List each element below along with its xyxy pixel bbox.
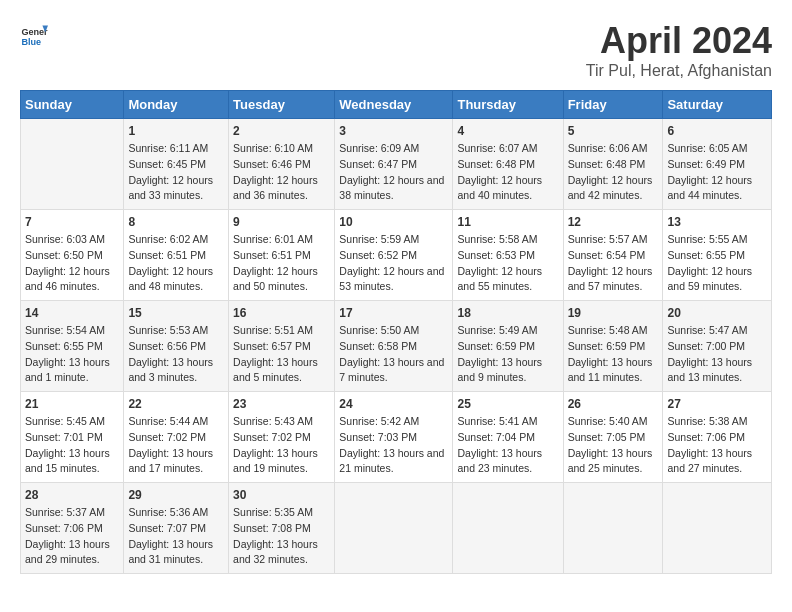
day-info: Sunrise: 5:42 AMSunset: 7:03 PMDaylight:… — [339, 414, 448, 477]
calendar-cell: 2Sunrise: 6:10 AMSunset: 6:46 PMDaylight… — [229, 119, 335, 210]
day-info: Sunrise: 6:03 AMSunset: 6:50 PMDaylight:… — [25, 232, 119, 295]
calendar-cell: 6Sunrise: 6:05 AMSunset: 6:49 PMDaylight… — [663, 119, 772, 210]
day-info: Sunrise: 6:10 AMSunset: 6:46 PMDaylight:… — [233, 141, 330, 204]
calendar-week-row: 7Sunrise: 6:03 AMSunset: 6:50 PMDaylight… — [21, 210, 772, 301]
calendar-cell: 9Sunrise: 6:01 AMSunset: 6:51 PMDaylight… — [229, 210, 335, 301]
calendar-cell: 11Sunrise: 5:58 AMSunset: 6:53 PMDayligh… — [453, 210, 563, 301]
day-number: 15 — [128, 306, 224, 320]
day-info: Sunrise: 5:50 AMSunset: 6:58 PMDaylight:… — [339, 323, 448, 386]
day-number: 18 — [457, 306, 558, 320]
calendar-week-row: 14Sunrise: 5:54 AMSunset: 6:55 PMDayligh… — [21, 301, 772, 392]
calendar-cell: 21Sunrise: 5:45 AMSunset: 7:01 PMDayligh… — [21, 392, 124, 483]
weekday-header: Saturday — [663, 91, 772, 119]
day-number: 25 — [457, 397, 558, 411]
weekday-header: Sunday — [21, 91, 124, 119]
calendar-table: SundayMondayTuesdayWednesdayThursdayFrid… — [20, 90, 772, 574]
weekday-header: Monday — [124, 91, 229, 119]
day-info: Sunrise: 5:47 AMSunset: 7:00 PMDaylight:… — [667, 323, 767, 386]
day-info: Sunrise: 5:57 AMSunset: 6:54 PMDaylight:… — [568, 232, 659, 295]
weekday-header: Friday — [563, 91, 663, 119]
day-number: 28 — [25, 488, 119, 502]
calendar-cell: 1Sunrise: 6:11 AMSunset: 6:45 PMDaylight… — [124, 119, 229, 210]
day-number: 30 — [233, 488, 330, 502]
day-number: 4 — [457, 124, 558, 138]
day-number: 16 — [233, 306, 330, 320]
day-info: Sunrise: 5:55 AMSunset: 6:55 PMDaylight:… — [667, 232, 767, 295]
day-number: 26 — [568, 397, 659, 411]
calendar-cell: 10Sunrise: 5:59 AMSunset: 6:52 PMDayligh… — [335, 210, 453, 301]
calendar-cell — [663, 483, 772, 574]
calendar-cell: 29Sunrise: 5:36 AMSunset: 7:07 PMDayligh… — [124, 483, 229, 574]
day-number: 23 — [233, 397, 330, 411]
day-info: Sunrise: 5:38 AMSunset: 7:06 PMDaylight:… — [667, 414, 767, 477]
day-info: Sunrise: 6:01 AMSunset: 6:51 PMDaylight:… — [233, 232, 330, 295]
day-number: 5 — [568, 124, 659, 138]
calendar-cell: 19Sunrise: 5:48 AMSunset: 6:59 PMDayligh… — [563, 301, 663, 392]
calendar-header-row: SundayMondayTuesdayWednesdayThursdayFrid… — [21, 91, 772, 119]
day-info: Sunrise: 5:54 AMSunset: 6:55 PMDaylight:… — [25, 323, 119, 386]
day-info: Sunrise: 5:43 AMSunset: 7:02 PMDaylight:… — [233, 414, 330, 477]
day-info: Sunrise: 5:48 AMSunset: 6:59 PMDaylight:… — [568, 323, 659, 386]
calendar-cell — [335, 483, 453, 574]
day-number: 1 — [128, 124, 224, 138]
main-title: April 2024 — [586, 20, 772, 62]
day-number: 21 — [25, 397, 119, 411]
day-number: 3 — [339, 124, 448, 138]
logo-icon: General Blue — [20, 20, 48, 48]
svg-text:Blue: Blue — [21, 37, 41, 47]
day-number: 27 — [667, 397, 767, 411]
day-info: Sunrise: 5:51 AMSunset: 6:57 PMDaylight:… — [233, 323, 330, 386]
calendar-cell: 5Sunrise: 6:06 AMSunset: 6:48 PMDaylight… — [563, 119, 663, 210]
calendar-cell — [21, 119, 124, 210]
calendar-cell: 18Sunrise: 5:49 AMSunset: 6:59 PMDayligh… — [453, 301, 563, 392]
day-number: 19 — [568, 306, 659, 320]
calendar-week-row: 28Sunrise: 5:37 AMSunset: 7:06 PMDayligh… — [21, 483, 772, 574]
day-number: 10 — [339, 215, 448, 229]
day-number: 24 — [339, 397, 448, 411]
calendar-week-row: 1Sunrise: 6:11 AMSunset: 6:45 PMDaylight… — [21, 119, 772, 210]
calendar-cell: 4Sunrise: 6:07 AMSunset: 6:48 PMDaylight… — [453, 119, 563, 210]
calendar-cell: 3Sunrise: 6:09 AMSunset: 6:47 PMDaylight… — [335, 119, 453, 210]
day-number: 7 — [25, 215, 119, 229]
day-info: Sunrise: 5:49 AMSunset: 6:59 PMDaylight:… — [457, 323, 558, 386]
day-number: 14 — [25, 306, 119, 320]
day-info: Sunrise: 5:45 AMSunset: 7:01 PMDaylight:… — [25, 414, 119, 477]
day-info: Sunrise: 6:11 AMSunset: 6:45 PMDaylight:… — [128, 141, 224, 204]
weekday-header: Tuesday — [229, 91, 335, 119]
day-info: Sunrise: 6:06 AMSunset: 6:48 PMDaylight:… — [568, 141, 659, 204]
day-info: Sunrise: 5:35 AMSunset: 7:08 PMDaylight:… — [233, 505, 330, 568]
logo: General Blue — [20, 20, 48, 48]
calendar-cell: 27Sunrise: 5:38 AMSunset: 7:06 PMDayligh… — [663, 392, 772, 483]
day-number: 13 — [667, 215, 767, 229]
title-area: April 2024 Tir Pul, Herat, Afghanistan — [586, 20, 772, 80]
calendar-cell — [563, 483, 663, 574]
calendar-cell: 12Sunrise: 5:57 AMSunset: 6:54 PMDayligh… — [563, 210, 663, 301]
day-number: 8 — [128, 215, 224, 229]
calendar-week-row: 21Sunrise: 5:45 AMSunset: 7:01 PMDayligh… — [21, 392, 772, 483]
day-info: Sunrise: 5:58 AMSunset: 6:53 PMDaylight:… — [457, 232, 558, 295]
day-info: Sunrise: 6:09 AMSunset: 6:47 PMDaylight:… — [339, 141, 448, 204]
day-info: Sunrise: 5:36 AMSunset: 7:07 PMDaylight:… — [128, 505, 224, 568]
day-info: Sunrise: 5:40 AMSunset: 7:05 PMDaylight:… — [568, 414, 659, 477]
day-number: 17 — [339, 306, 448, 320]
calendar-cell: 26Sunrise: 5:40 AMSunset: 7:05 PMDayligh… — [563, 392, 663, 483]
calendar-cell: 24Sunrise: 5:42 AMSunset: 7:03 PMDayligh… — [335, 392, 453, 483]
day-info: Sunrise: 6:02 AMSunset: 6:51 PMDaylight:… — [128, 232, 224, 295]
calendar-cell: 22Sunrise: 5:44 AMSunset: 7:02 PMDayligh… — [124, 392, 229, 483]
calendar-cell: 30Sunrise: 5:35 AMSunset: 7:08 PMDayligh… — [229, 483, 335, 574]
calendar-cell: 13Sunrise: 5:55 AMSunset: 6:55 PMDayligh… — [663, 210, 772, 301]
day-number: 12 — [568, 215, 659, 229]
day-info: Sunrise: 6:05 AMSunset: 6:49 PMDaylight:… — [667, 141, 767, 204]
calendar-cell: 8Sunrise: 6:02 AMSunset: 6:51 PMDaylight… — [124, 210, 229, 301]
calendar-cell: 28Sunrise: 5:37 AMSunset: 7:06 PMDayligh… — [21, 483, 124, 574]
day-info: Sunrise: 5:44 AMSunset: 7:02 PMDaylight:… — [128, 414, 224, 477]
sub-title: Tir Pul, Herat, Afghanistan — [586, 62, 772, 80]
calendar-cell: 23Sunrise: 5:43 AMSunset: 7:02 PMDayligh… — [229, 392, 335, 483]
day-info: Sunrise: 5:59 AMSunset: 6:52 PMDaylight:… — [339, 232, 448, 295]
day-number: 20 — [667, 306, 767, 320]
day-info: Sunrise: 5:37 AMSunset: 7:06 PMDaylight:… — [25, 505, 119, 568]
day-number: 22 — [128, 397, 224, 411]
calendar-cell: 14Sunrise: 5:54 AMSunset: 6:55 PMDayligh… — [21, 301, 124, 392]
calendar-cell: 20Sunrise: 5:47 AMSunset: 7:00 PMDayligh… — [663, 301, 772, 392]
calendar-cell: 7Sunrise: 6:03 AMSunset: 6:50 PMDaylight… — [21, 210, 124, 301]
